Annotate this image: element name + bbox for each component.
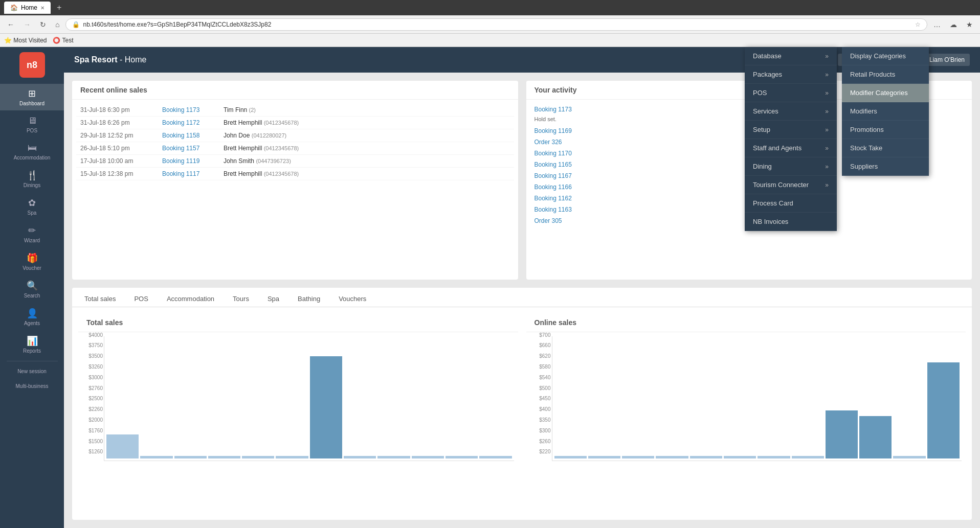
- y-label: $700: [526, 332, 551, 338]
- y-label: $450: [526, 396, 551, 401]
- sidebar-item-spa[interactable]: ✿ Spa: [0, 193, 64, 220]
- sidebar-item-reports[interactable]: 📊 Reports: [0, 331, 64, 358]
- bar: [927, 362, 960, 458]
- menu-item-setup[interactable]: Setup »: [745, 121, 837, 139]
- arrow-icon: »: [825, 126, 829, 133]
- y-label: $3500: [78, 353, 103, 359]
- sales-booking-2[interactable]: Booking 1172: [162, 119, 224, 126]
- y-label: $1500: [78, 439, 103, 444]
- sales-booking-1[interactable]: Booking 1173: [162, 106, 224, 113]
- total-sales-chart-area: $4000 $3750 $3500 $3260 $3000 $2760 $250…: [78, 332, 518, 465]
- sales-date-6: 15-Jul-18 12:38 pm: [80, 170, 162, 177]
- forward-btn[interactable]: →: [20, 19, 34, 30]
- sales-booking-4[interactable]: Booking 1157: [162, 145, 224, 152]
- y-label: $2000: [78, 417, 103, 423]
- tab-favicon: 🏠: [10, 4, 18, 11]
- sidebar-item-voucher[interactable]: 🎁 Voucher: [0, 248, 64, 275]
- sidebar-item-dashboard[interactable]: ⊞ Dashboard: [0, 84, 64, 110]
- submenu-item-promotions[interactable]: Promotions: [842, 121, 929, 139]
- dashboard-icon: ⊞: [28, 88, 36, 99]
- y-label: $1760: [78, 428, 103, 433]
- new-tab-btn[interactable]: +: [55, 3, 63, 12]
- reload-btn[interactable]: ↻: [37, 19, 49, 30]
- tab-spa[interactable]: Spa: [263, 292, 283, 307]
- dropdown-menu: Database » Packages » POS » Services » S…: [745, 47, 837, 231]
- bar: [412, 456, 444, 458]
- sales-customer-5: John Smith (0447396723): [224, 157, 510, 165]
- browser-chrome: 🏠 Home ✕ +: [0, 0, 980, 15]
- submenu: Display Categories Retail Products Modif…: [842, 47, 929, 176]
- sync-btn[interactable]: ☁: [947, 19, 960, 30]
- arrow-icon: »: [825, 145, 829, 152]
- bookmark-btn[interactable]: ★: [963, 19, 976, 30]
- tab-close-btn[interactable]: ✕: [40, 5, 44, 11]
- bar: [859, 416, 892, 458]
- bar: [242, 456, 274, 458]
- tab-total-sales[interactable]: Total sales: [80, 292, 120, 307]
- sales-row-4: 26-Jul-18 5:10 pm Booking 1157 Brett Hem…: [76, 142, 514, 155]
- menu-item-tourism[interactable]: Tourism Connecter »: [745, 176, 837, 194]
- bar: [724, 456, 756, 458]
- sidebar-item-search[interactable]: 🔍 Search: [0, 276, 64, 303]
- sales-row-1: 31-Jul-18 6:30 pm Booking 1173 Tim Finn …: [76, 104, 514, 117]
- submenu-item-stock-take[interactable]: Stock Take: [842, 139, 929, 157]
- submenu-item-modifier-categories[interactable]: Modifier Categories: [842, 84, 929, 102]
- username-btn[interactable]: Liam O'Brien: [924, 54, 970, 66]
- tab-accommodation[interactable]: Accommodation: [163, 292, 218, 307]
- menu-item-process-card[interactable]: Process Card: [745, 194, 837, 213]
- star-icon[interactable]: ☆: [915, 21, 921, 28]
- sidebar-item-multi-business[interactable]: Multi-business: [0, 379, 64, 393]
- app-title: Spa Resort - Home: [74, 55, 838, 64]
- extensions-btn[interactable]: …: [930, 19, 944, 30]
- sidebar-item-accommodation[interactable]: 🛏 Accommodation: [0, 139, 64, 165]
- browser-tab-home[interactable]: 🏠 Home ✕: [4, 2, 51, 14]
- agents-icon: 👤: [27, 308, 38, 319]
- bar: [310, 356, 342, 458]
- y-label: $350: [526, 417, 551, 423]
- y-label: $3260: [78, 364, 103, 370]
- menu-item-pos[interactable]: POS »: [745, 84, 837, 102]
- back-btn[interactable]: ←: [4, 19, 17, 30]
- submenu-item-retail-products[interactable]: Retail Products: [842, 65, 929, 84]
- bookmark-test[interactable]: ⭕ Test: [53, 37, 73, 44]
- app-logo: n8: [19, 52, 45, 78]
- sidebar: n8 ⊞ Dashboard 🖥 POS 🛏 Accommodation 🍴 D…: [0, 47, 64, 528]
- tab-pos[interactable]: POS: [130, 292, 152, 307]
- menu-item-packages[interactable]: Packages »: [745, 65, 837, 84]
- submenu-item-modifiers[interactable]: Modifiers: [842, 102, 929, 121]
- tab-bathing[interactable]: Bathing: [294, 292, 324, 307]
- sales-booking-6[interactable]: Booking 1117: [162, 170, 224, 177]
- menu-item-dining[interactable]: Dining »: [745, 157, 837, 176]
- submenu-item-display-categories[interactable]: Display Categories: [842, 47, 929, 65]
- sales-booking-5[interactable]: Booking 1119: [162, 157, 224, 165]
- bookmark-most-visited[interactable]: ⭐ Most Visited: [4, 37, 47, 44]
- bar: [656, 456, 688, 458]
- menu-item-services[interactable]: Services »: [745, 102, 837, 121]
- sales-booking-3[interactable]: Booking 1158: [162, 132, 224, 139]
- tab-vouchers[interactable]: Vouchers: [335, 292, 370, 307]
- address-bar[interactable]: 🔒 nb.t460s/test/home.exe?s=GpSh1BepP34TM…: [65, 18, 927, 31]
- reports-icon: 📊: [27, 335, 38, 347]
- total-sales-chart-title: Total sales: [78, 313, 518, 332]
- submenu-item-suppliers[interactable]: Suppliers: [842, 157, 929, 176]
- menu-item-staff-agents[interactable]: Staff and Agents »: [745, 139, 837, 157]
- sidebar-item-pos[interactable]: 🖥 POS: [0, 111, 64, 137]
- tabs-bar: Total sales POS Accommodation Tours Spa …: [72, 288, 972, 307]
- accommodation-icon: 🛏: [28, 143, 37, 153]
- sidebar-item-dinings[interactable]: 🍴 Dinings: [0, 166, 64, 192]
- tab-tours[interactable]: Tours: [229, 292, 253, 307]
- bar: [106, 434, 139, 458]
- y-label: $4000: [78, 332, 103, 338]
- sidebar-item-wizard[interactable]: ✏ Wizard: [0, 221, 64, 247]
- menu-item-database[interactable]: Database »: [745, 47, 837, 65]
- sidebar-label-voucher: Voucher: [23, 265, 41, 271]
- sales-customer-3: John Doe (0412280027): [224, 132, 510, 139]
- sidebar-item-new-session[interactable]: New session: [0, 364, 64, 378]
- online-sales-chart: Online sales $700 $660 $620 $580 $540 $5…: [526, 313, 966, 465]
- bar: [622, 456, 654, 458]
- sidebar-item-agents[interactable]: 👤 Agents: [0, 304, 64, 330]
- bar: [140, 456, 172, 458]
- bar: [446, 456, 478, 458]
- home-btn[interactable]: ⌂: [52, 19, 62, 30]
- menu-item-nb-invoices[interactable]: NB Invoices: [745, 213, 837, 231]
